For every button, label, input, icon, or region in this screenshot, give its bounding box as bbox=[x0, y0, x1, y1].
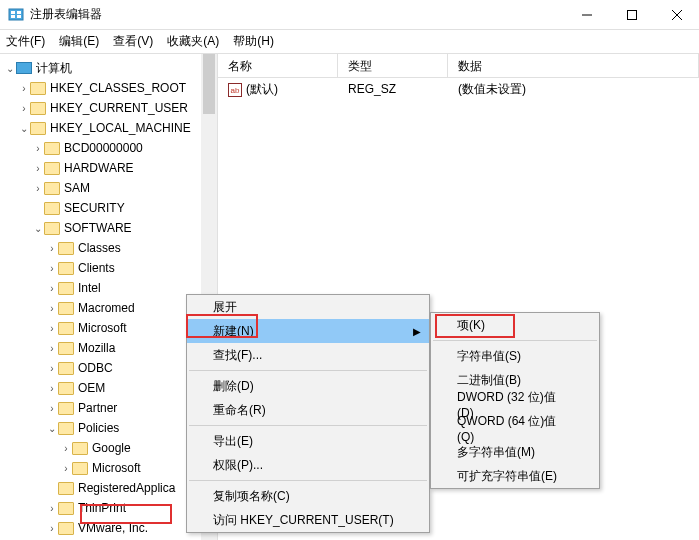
tree-google[interactable]: ›Google bbox=[0, 438, 217, 458]
body: ⌄计算机 ›HKEY_CLASSES_ROOT ›HKEY_CURRENT_US… bbox=[0, 54, 699, 540]
value-data-cell: (数值未设置) bbox=[448, 81, 699, 98]
svg-rect-1 bbox=[11, 11, 15, 14]
menu-favorites[interactable]: 收藏夹(A) bbox=[167, 33, 219, 50]
folder-icon bbox=[30, 122, 46, 135]
submenu-arrow-icon: ▶ bbox=[413, 326, 421, 337]
maximize-button[interactable] bbox=[609, 0, 654, 30]
list-header: 名称 类型 数据 bbox=[218, 54, 699, 78]
menu-bar: 文件(F) 编辑(E) 查看(V) 收藏夹(A) 帮助(H) bbox=[0, 30, 699, 54]
folder-icon bbox=[58, 502, 74, 515]
new-expandstring[interactable]: 可扩充字符串值(E) bbox=[431, 464, 599, 488]
separator bbox=[433, 340, 597, 341]
context-menu: 展开 新建(N)▶ 查找(F)... 删除(D) 重命名(R) 导出(E) 权限… bbox=[186, 294, 430, 533]
folder-icon bbox=[72, 462, 88, 475]
ctx-delete[interactable]: 删除(D) bbox=[187, 374, 429, 398]
folder-icon bbox=[58, 302, 74, 315]
ctx-permissions[interactable]: 权限(P)... bbox=[187, 453, 429, 477]
tree-hkcr[interactable]: ›HKEY_CLASSES_ROOT bbox=[0, 78, 217, 98]
menu-view[interactable]: 查看(V) bbox=[113, 33, 153, 50]
ctx-goto-hkcu[interactable]: 访问 HKEY_CURRENT_USER(T) bbox=[187, 508, 429, 532]
folder-icon bbox=[58, 362, 74, 375]
svg-rect-6 bbox=[627, 10, 636, 19]
ctx-copykey[interactable]: 复制项名称(C) bbox=[187, 484, 429, 508]
tree-sam[interactable]: ›SAM bbox=[0, 178, 217, 198]
computer-icon bbox=[16, 62, 32, 74]
folder-icon bbox=[58, 482, 74, 495]
ctx-export[interactable]: 导出(E) bbox=[187, 429, 429, 453]
col-data[interactable]: 数据 bbox=[448, 54, 699, 77]
app-icon bbox=[8, 7, 24, 23]
separator bbox=[189, 480, 427, 481]
svg-rect-4 bbox=[17, 15, 21, 18]
folder-icon bbox=[44, 162, 60, 175]
svg-rect-3 bbox=[11, 15, 15, 18]
folder-icon bbox=[58, 342, 74, 355]
folder-icon bbox=[58, 422, 74, 435]
folder-icon bbox=[58, 522, 74, 535]
tree-hklm[interactable]: ⌄HKEY_LOCAL_MACHINE bbox=[0, 118, 217, 138]
ctx-expand[interactable]: 展开 bbox=[187, 295, 429, 319]
new-key[interactable]: 项(K) bbox=[431, 313, 599, 337]
value-type-cell: REG_SZ bbox=[338, 82, 448, 96]
tree-partner[interactable]: ›Partner bbox=[0, 398, 217, 418]
tree-oem[interactable]: ›OEM bbox=[0, 378, 217, 398]
tree-mozilla[interactable]: ›Mozilla bbox=[0, 338, 217, 358]
tree-clients[interactable]: ›Clients bbox=[0, 258, 217, 278]
tree-hkcu[interactable]: ›HKEY_CURRENT_USER bbox=[0, 98, 217, 118]
col-type[interactable]: 类型 bbox=[338, 54, 448, 77]
ctx-find[interactable]: 查找(F)... bbox=[187, 343, 429, 367]
tree-bcd[interactable]: ›BCD00000000 bbox=[0, 138, 217, 158]
folder-icon bbox=[58, 402, 74, 415]
folder-icon bbox=[30, 82, 46, 95]
tree-vmware[interactable]: ›VMware, Inc. bbox=[0, 518, 217, 538]
tree-odbc[interactable]: ›ODBC bbox=[0, 358, 217, 378]
value-name-cell: ab(默认) bbox=[218, 81, 338, 98]
new-qword[interactable]: QWORD (64 位)值(Q) bbox=[431, 416, 599, 440]
menu-edit[interactable]: 编辑(E) bbox=[59, 33, 99, 50]
new-multistring[interactable]: 多字符串值(M) bbox=[431, 440, 599, 464]
tree-intel[interactable]: ›Intel bbox=[0, 278, 217, 298]
ctx-new[interactable]: 新建(N)▶ bbox=[187, 319, 429, 343]
tree-root[interactable]: ⌄计算机 bbox=[0, 58, 217, 78]
tree-microsoft-policies[interactable]: ›Microsoft bbox=[0, 458, 217, 478]
folder-icon bbox=[72, 442, 88, 455]
tree-thinprint[interactable]: ›ThinPrint bbox=[0, 498, 217, 518]
folder-icon bbox=[58, 242, 74, 255]
tree-policies[interactable]: ⌄Policies bbox=[0, 418, 217, 438]
tree-macromed[interactable]: ›Macromed bbox=[0, 298, 217, 318]
ctx-rename[interactable]: 重命名(R) bbox=[187, 398, 429, 422]
tree-classes[interactable]: ›Classes bbox=[0, 238, 217, 258]
tree-security[interactable]: ›SECURITY bbox=[0, 198, 217, 218]
folder-icon bbox=[58, 382, 74, 395]
menu-help[interactable]: 帮助(H) bbox=[233, 33, 274, 50]
folder-icon bbox=[44, 202, 60, 215]
folder-icon bbox=[30, 102, 46, 115]
folder-icon bbox=[44, 142, 60, 155]
svg-rect-2 bbox=[17, 11, 21, 14]
string-icon: ab bbox=[228, 83, 242, 97]
new-string[interactable]: 字符串值(S) bbox=[431, 344, 599, 368]
separator bbox=[189, 425, 427, 426]
scrollbar-thumb[interactable] bbox=[203, 54, 215, 114]
folder-icon bbox=[44, 222, 60, 235]
close-button[interactable] bbox=[654, 0, 699, 30]
col-name[interactable]: 名称 bbox=[218, 54, 338, 77]
tree-regapp[interactable]: ›RegisteredApplica bbox=[0, 478, 217, 498]
folder-icon bbox=[58, 262, 74, 275]
folder-icon bbox=[58, 322, 74, 335]
menu-file[interactable]: 文件(F) bbox=[6, 33, 45, 50]
window-title: 注册表编辑器 bbox=[30, 6, 564, 23]
list-row[interactable]: ab(默认) REG_SZ (数值未设置) bbox=[218, 78, 699, 100]
svg-rect-0 bbox=[9, 9, 23, 20]
folder-icon bbox=[44, 182, 60, 195]
new-submenu: 项(K) 字符串值(S) 二进制值(B) DWORD (32 位)值(D) QW… bbox=[430, 312, 600, 489]
folder-icon bbox=[58, 282, 74, 295]
tree-hardware[interactable]: ›HARDWARE bbox=[0, 158, 217, 178]
minimize-button[interactable] bbox=[564, 0, 609, 30]
tree-software[interactable]: ⌄SOFTWARE bbox=[0, 218, 217, 238]
tree-microsoft[interactable]: ›Microsoft bbox=[0, 318, 217, 338]
separator bbox=[189, 370, 427, 371]
title-bar: 注册表编辑器 bbox=[0, 0, 699, 30]
